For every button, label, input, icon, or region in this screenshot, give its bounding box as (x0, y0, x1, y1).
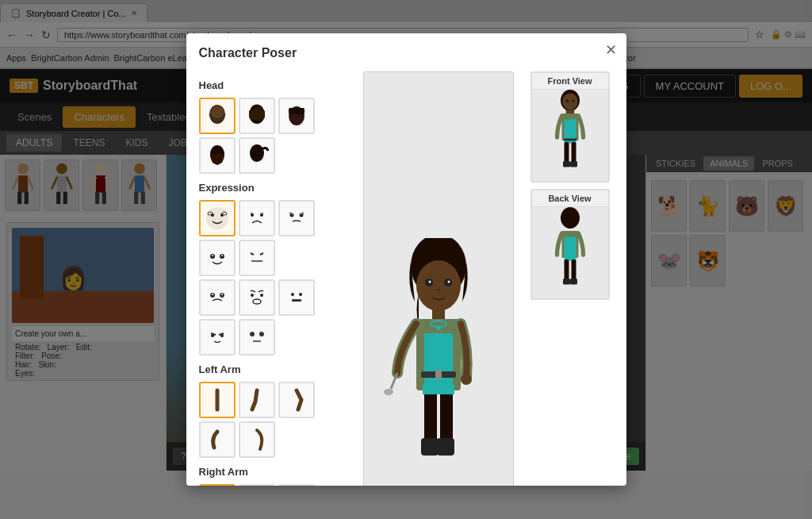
expression-option-6[interactable] (199, 279, 236, 316)
svg-point-42 (212, 255, 213, 256)
svg-rect-103 (564, 237, 576, 261)
expression-option-9[interactable] (199, 319, 236, 356)
svg-rect-75 (432, 308, 445, 321)
svg-rect-82 (424, 390, 437, 446)
expression-option-2[interactable] (239, 200, 275, 236)
svg-rect-84 (421, 438, 439, 456)
head-option-3[interactable] (278, 98, 315, 134)
back-view-content (538, 207, 602, 300)
back-view-box: Back View (530, 189, 610, 300)
expression-options-row1 (199, 200, 350, 276)
svg-rect-86 (423, 385, 454, 394)
expression-option-5[interactable] (239, 240, 275, 276)
character-preview-container (363, 71, 514, 486)
svg-point-31 (206, 207, 228, 229)
expression-label: Expression (199, 182, 350, 194)
character-poser-modal: ✕ Character Poser Head (186, 33, 626, 486)
svg-point-60 (220, 334, 224, 337)
svg-rect-56 (292, 299, 301, 302)
svg-point-73 (428, 280, 431, 283)
svg-rect-106 (563, 279, 570, 285)
svg-point-88 (436, 325, 441, 330)
head-option-1[interactable] (199, 98, 236, 134)
svg-line-44 (251, 253, 254, 255)
head-option-5[interactable] (239, 137, 275, 174)
svg-rect-107 (570, 279, 577, 285)
modal-title: Character Poser (199, 46, 614, 60)
svg-line-45 (260, 253, 263, 255)
left-arm-option-4[interactable] (199, 421, 236, 458)
modal-close-button[interactable]: ✕ (605, 41, 617, 59)
right-arm-option-3[interactable] (278, 484, 315, 486)
modal-body: Head (199, 71, 614, 486)
svg-rect-83 (440, 390, 453, 446)
svg-rect-77 (424, 333, 453, 390)
front-view-box: Front View (530, 71, 610, 183)
left-arm-option-3[interactable] (278, 382, 315, 418)
svg-point-74 (447, 280, 450, 283)
svg-point-53 (253, 299, 261, 304)
head-options (199, 98, 350, 174)
head-label: Head (199, 79, 350, 91)
right-arm-label: Right Arm (199, 466, 350, 478)
svg-rect-85 (437, 438, 454, 456)
svg-rect-28 (289, 108, 304, 114)
right-arm-option-1[interactable] (199, 484, 236, 486)
right-arm-option-2[interactable] (239, 484, 275, 486)
back-view-label: Back View (532, 190, 608, 207)
front-view-label: Front View (532, 73, 608, 90)
expression-option-3[interactable] (278, 200, 315, 236)
svg-point-51 (251, 294, 254, 297)
head-option-4[interactable] (199, 137, 236, 174)
svg-point-52 (260, 294, 263, 297)
modal-parts-panel: Head (199, 71, 350, 486)
svg-point-70 (416, 260, 461, 311)
svg-rect-100 (570, 161, 577, 167)
expression-option-1[interactable] (199, 200, 236, 236)
front-view-content (538, 90, 602, 183)
modal-right-views: Front View (527, 71, 614, 486)
expression-option-7[interactable] (239, 279, 275, 316)
expression-options-row2 (199, 279, 350, 356)
svg-point-55 (299, 293, 302, 296)
svg-point-43 (221, 255, 223, 256)
svg-point-59 (211, 334, 214, 337)
svg-point-101 (561, 207, 580, 229)
expression-option-10[interactable] (239, 319, 275, 356)
modal-overlay[interactable]: ✕ Character Poser Head (0, 0, 812, 519)
svg-point-92 (571, 99, 574, 102)
head-option-2[interactable] (239, 98, 275, 134)
svg-rect-79 (435, 370, 442, 379)
expression-option-8[interactable] (278, 279, 315, 316)
svg-point-50 (221, 294, 223, 295)
left-arm-label: Left Arm (199, 363, 350, 375)
left-arm-options (199, 382, 350, 458)
svg-point-81 (461, 374, 472, 385)
svg-point-49 (212, 294, 213, 295)
right-arm-options (199, 484, 350, 486)
svg-point-54 (291, 293, 294, 296)
svg-rect-99 (563, 161, 570, 167)
svg-point-80 (384, 389, 393, 395)
left-arm-option-5[interactable] (239, 421, 275, 458)
character-preview-svg (375, 238, 502, 486)
svg-rect-96 (563, 139, 576, 141)
left-arm-option-1[interactable] (199, 382, 236, 418)
expression-option-4[interactable] (199, 240, 236, 276)
svg-point-90 (562, 94, 578, 110)
left-arm-option-2[interactable] (239, 382, 275, 418)
svg-point-91 (565, 99, 569, 102)
